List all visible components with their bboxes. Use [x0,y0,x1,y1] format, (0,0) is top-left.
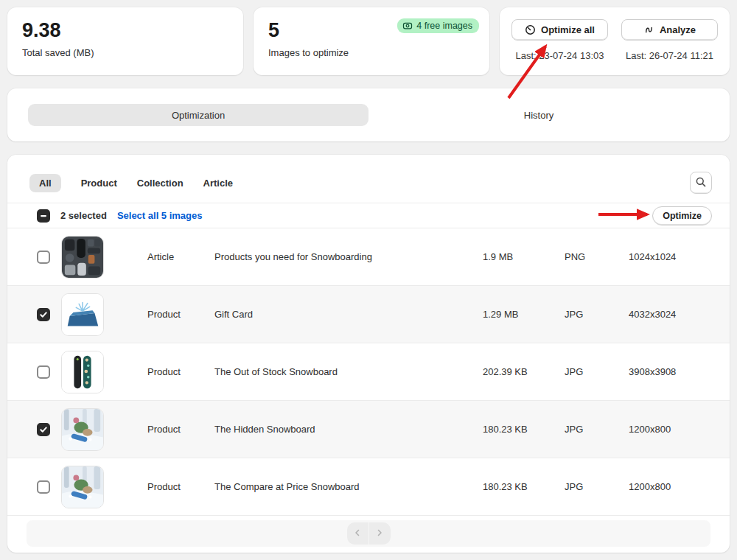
snowboards-image [62,351,103,393]
snowboarder-image [62,409,103,450]
select-all-checkbox[interactable] [37,209,50,223]
filter-tab-all[interactable]: All [29,174,61,192]
row-type: Product [147,481,214,492]
row-dimensions: 3908x3908 [629,366,712,377]
row-title: Gift Card [214,309,483,320]
row-checkbox[interactable] [37,308,50,321]
row-dimensions: 4032x3024 [629,309,712,320]
magnifier-icon [695,176,707,190]
search-button[interactable] [690,172,712,194]
row-title: Products you need for Snowboarding [214,251,483,262]
total-saved-card: 9.38 Total saved (MB) [7,7,243,75]
product-thumbnail[interactable] [61,351,104,393]
optimize-all-group: Optimize all Last: 23-07-24 13:03 [511,19,608,63]
product-thumbnail[interactable] [61,236,104,279]
chevron-right-icon [375,528,384,539]
filter-tabs: AllProductCollectionArticle [29,174,690,192]
actions-card: Optimize all Last: 23-07-24 13:03 Analyz… [500,7,730,75]
row-size: 180.23 KB [483,481,565,492]
chevron-left-icon [353,528,362,539]
row-size: 202.39 KB [483,366,565,377]
filter-tab-article[interactable]: Article [203,174,233,192]
row-type: Product [147,424,214,435]
analyze-button[interactable]: Analyze [621,19,718,41]
row-format: JPG [565,424,629,435]
images-to-optimize-label: Images to optimize [268,47,475,58]
main-tabs: Optimization History [7,88,730,141]
total-saved-label: Total saved (MB) [22,47,228,58]
gauge-icon [525,24,536,35]
product-thumbnail[interactable] [61,293,104,336]
snowboarder-image [62,466,103,508]
images-table-card: AllProductCollectionArticle 2 selected S… [7,155,730,553]
select-all-link[interactable]: Select all 5 images [117,210,203,221]
stats-row: 9.38 Total saved (MB) 5 Images to optimi… [7,7,730,75]
previous-page-button[interactable] [347,522,368,545]
row-checkbox[interactable] [37,423,50,436]
tab-optimization[interactable]: Optimization [28,104,368,126]
row-format: PNG [565,251,629,262]
table-row: Product The Hidden Snowboard 180.23 KB J… [7,401,730,458]
row-format: JPG [565,366,629,377]
optimize-all-label: Optimize all [541,24,595,35]
row-checkbox[interactable] [37,365,50,379]
table-row: Product The Out of Stock Snowboard 202.3… [7,343,730,401]
row-type: Product [147,309,214,320]
row-title: The Hidden Snowboard [214,424,483,435]
table-row: Product The Compare at Price Snowboard 1… [7,458,730,516]
free-images-badge: 4 free images [397,18,479,33]
row-size: 1.9 MB [483,251,565,262]
row-format: JPG [565,481,629,492]
pulse-icon [643,24,654,35]
row-type: Article [147,251,214,262]
cash-icon [402,21,413,31]
row-size: 180.23 KB [483,424,565,435]
product-thumbnail[interactable] [61,466,104,508]
total-saved-value: 9.38 [22,18,228,42]
tab-history[interactable]: History [368,104,709,126]
images-to-optimize-card: 5 Images to optimize 4 free images [254,7,489,75]
pagination [347,522,391,545]
filter-row: AllProductCollectionArticle [7,171,730,195]
row-dimensions: 1024x1024 [629,251,712,262]
gift-card-image [62,294,103,335]
row-type: Product [147,366,214,377]
row-checkbox[interactable] [37,480,50,494]
image-optimizer-page: 9.38 Total saved (MB) 5 Images to optimi… [0,0,737,553]
row-dimensions: 1200x800 [629,424,712,435]
optimize-all-button[interactable]: Optimize all [511,19,608,41]
row-checkbox[interactable] [37,251,50,264]
selection-bar: 2 selected Select all 5 images Optimize [7,203,730,228]
row-title: The Compare at Price Snowboard [214,481,483,492]
optimize-all-last-run: Last: 23-07-24 13:03 [516,50,604,61]
filter-tab-collection[interactable]: Collection [137,174,184,192]
row-format: JPG [565,309,629,320]
row-size: 1.29 MB [483,309,565,320]
row-title: The Out of Stock Snowboard [214,366,483,377]
analyze-label: Analyze [660,24,696,35]
gear-collage-image [62,237,103,278]
optimize-selected-button[interactable]: Optimize [652,206,712,225]
product-thumbnail[interactable] [61,408,104,451]
next-page-button[interactable] [369,522,391,545]
image-table-body: Article Products you need for Snowboardi… [7,228,730,516]
table-footer [27,520,710,547]
table-row: Article Products you need for Snowboardi… [7,228,730,286]
analyze-last-run: Last: 26-07-24 11:21 [626,50,713,61]
filter-tab-product[interactable]: Product [81,174,117,192]
row-dimensions: 1200x800 [629,481,712,492]
free-images-badge-text: 4 free images [416,21,472,31]
analyze-group: Analyze Last: 26-07-24 11:21 [621,19,718,63]
table-row: Product Gift Card 1.29 MB JPG 4032x3024 [7,286,730,343]
selected-count: 2 selected [60,210,107,221]
